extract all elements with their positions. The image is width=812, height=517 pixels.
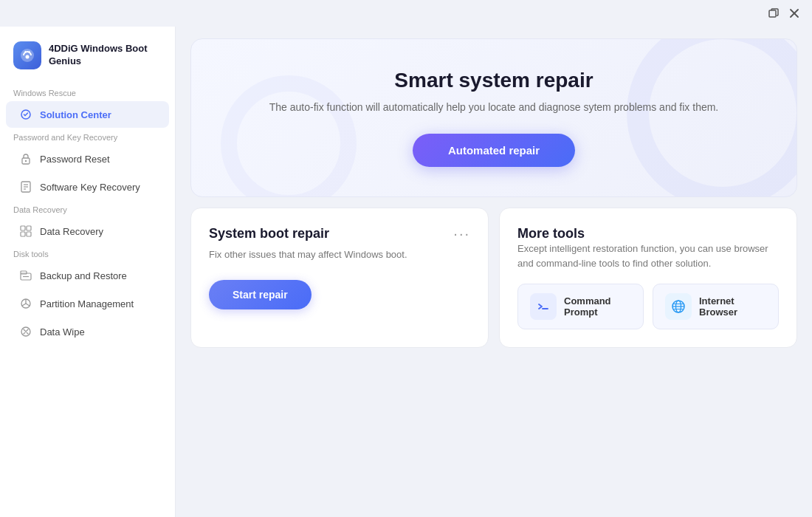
card-dots-menu[interactable]: ··· xyxy=(453,226,470,241)
hero-title: Smart system repair xyxy=(213,69,774,92)
card-header: System boot repair ··· xyxy=(209,226,470,242)
sidebar-item-software-key[interactable]: Software Key Recovery xyxy=(6,174,169,200)
hero-card: Smart system repair The auto-fix functio… xyxy=(190,38,797,197)
sidebar-item-label: Data Wipe xyxy=(40,326,85,338)
section-disk-tools: Disk tools xyxy=(0,245,175,261)
internet-browser-label: InternetBrowser xyxy=(699,295,737,318)
software-key-icon xyxy=(19,180,32,194)
system-boot-card: System boot repair ··· Fix other issues … xyxy=(190,208,489,348)
bottom-cards: System boot repair ··· Fix other issues … xyxy=(190,208,797,348)
restore-button[interactable] xyxy=(765,4,782,22)
close-button[interactable] xyxy=(785,4,803,22)
partition-icon xyxy=(19,297,32,310)
section-password: Password and Key Recovery xyxy=(0,129,175,145)
system-boot-title: System boot repair xyxy=(209,226,329,242)
password-reset-icon xyxy=(19,152,32,165)
data-wipe-icon xyxy=(19,325,32,338)
section-windows-rescue: Windows Rescue xyxy=(0,84,175,100)
svg-rect-12 xyxy=(21,226,25,230)
command-prompt-icon xyxy=(530,293,557,320)
sidebar-item-data-wipe[interactable]: Data Wipe xyxy=(6,318,169,345)
svg-point-7 xyxy=(25,160,27,162)
sidebar-item-partition[interactable]: Partition Management xyxy=(6,290,169,317)
more-tools-title: More tools xyxy=(517,226,779,242)
svg-rect-13 xyxy=(27,226,31,230)
svg-rect-0 xyxy=(769,10,776,17)
sidebar-item-password-reset[interactable]: Password Reset xyxy=(6,145,169,172)
sidebar-item-label: Partition Management xyxy=(40,298,134,309)
command-prompt-label: CommandPrompt xyxy=(564,295,611,318)
logo-icon xyxy=(13,41,41,69)
app-container: 4DDiG Windows Boot Genius Windows Rescue… xyxy=(0,27,812,517)
command-prompt-button[interactable]: CommandPrompt xyxy=(517,284,644,329)
app-logo: 4DDiG Windows Boot Genius xyxy=(0,35,175,84)
system-boot-desc: Fix other issues that may affect Windows… xyxy=(209,247,470,262)
tool-buttons: CommandPrompt xyxy=(517,284,779,329)
sidebar-item-backup-restore[interactable]: Backup and Restore xyxy=(6,262,169,289)
title-bar xyxy=(0,0,812,27)
data-recovery-icon xyxy=(19,225,32,238)
more-tools-desc: Except intelligent restoration function,… xyxy=(517,242,779,270)
internet-browser-button[interactable]: InternetBrowser xyxy=(653,284,779,329)
sidebar-item-label: Solution Center xyxy=(40,109,111,120)
section-data-recovery: Data Recovery xyxy=(0,201,175,217)
sidebar: 4DDiG Windows Boot Genius Windows Rescue… xyxy=(0,27,176,517)
sidebar-item-data-recovery[interactable]: Data Recovery xyxy=(6,218,169,244)
close-icon xyxy=(790,9,799,18)
svg-rect-15 xyxy=(27,232,31,236)
main-content: Smart system repair The auto-fix functio… xyxy=(176,27,812,517)
app-name: 4DDiG Windows Boot Genius xyxy=(49,43,162,68)
svg-rect-21 xyxy=(536,299,551,314)
restore-icon xyxy=(768,8,779,18)
svg-rect-14 xyxy=(21,232,25,236)
sidebar-item-label: Software Key Recovery xyxy=(40,182,140,193)
internet-browser-icon xyxy=(665,293,692,320)
start-repair-button[interactable]: Start repair xyxy=(209,280,312,309)
sidebar-item-label: Password Reset xyxy=(40,154,110,165)
sidebar-item-label: Backup and Restore xyxy=(40,270,127,281)
svg-point-4 xyxy=(26,55,30,59)
solution-center-icon xyxy=(19,108,32,121)
sidebar-item-label: Data Recovery xyxy=(40,226,103,237)
more-tools-card: More tools Except intelligent restoratio… xyxy=(499,208,797,348)
hero-subtitle: The auto-fix function will automatically… xyxy=(213,101,774,113)
sidebar-item-solution-center[interactable]: Solution Center xyxy=(6,101,169,128)
backup-restore-icon xyxy=(19,269,32,282)
automated-repair-button[interactable]: Automated repair xyxy=(413,134,575,167)
